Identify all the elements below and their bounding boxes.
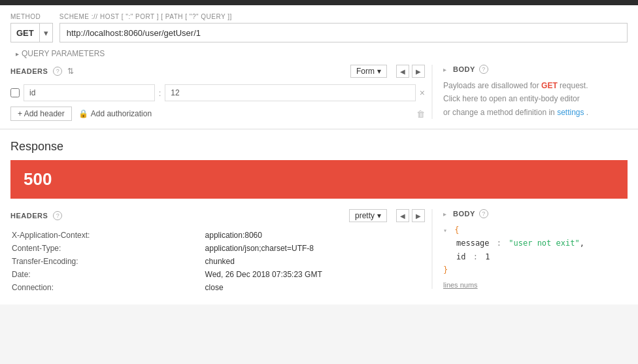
table-row: Connection:close [10,281,425,294]
json-message-row: message : "user not exit", [443,237,628,250]
json-open-brace: { [454,225,459,235]
header-checkbox[interactable] [10,88,20,97]
body-method-link[interactable]: GET [541,81,558,90]
headers-body-section: HEADERS ? ⇅ Form ▾ ◀ ▶ : × [10,65,628,121]
header-key-cell: X-Application-Context: [10,229,204,242]
method-value: GET [11,28,39,38]
json-collapse-icon[interactable]: ▾ [443,227,447,234]
resp-headers-table: X-Application-Context:application:8060Co… [10,229,425,294]
colon-separator: : [159,88,161,98]
add-auth-button[interactable]: 🔒 Add authorization [78,109,152,118]
query-params-label: QUERY PARAMETERS [22,49,105,58]
resp-headers-title-row: HEADERS ? pretty ▾ ◀ ▶ [10,209,425,222]
body-msg4: or change a method definition in [443,108,555,117]
body-title: BODY [453,65,475,73]
json-viewer: ▾ { message : "user not exit", id : 1 } [443,223,628,277]
header-key-cell: Date: [10,268,204,281]
header-key-cell: Content-Type: [10,242,204,255]
nav-right-button[interactable]: ▶ [412,65,425,78]
table-row: Date:Wed, 26 Dec 2018 07:35:23 GMT [10,268,425,281]
body-info: ▸ BODY ? Payloads are disallowed for GET… [431,65,628,119]
method-group: METHOD GET ▾ [10,13,53,42]
body-msg1: Payloads are disallowed for [443,81,539,90]
headers-left: HEADERS ? ⇅ Form ▾ ◀ ▶ : × [10,65,431,121]
lines-nums-toggle[interactable]: lines nums [443,281,628,289]
trash-icon[interactable]: 🗑 [416,109,425,119]
status-code: 500 [24,169,52,189]
json-id-value: 1 [485,252,490,261]
header-key-input[interactable] [24,84,155,101]
method-label: METHOD [10,13,53,20]
body-help-icon[interactable]: ? [479,65,488,74]
url-group: SCHEME :// HOST [ ":" PORT ] [ PATH [ "?… [59,13,628,42]
resp-body-title: BODY [453,210,475,218]
response-body-section: HEADERS ? pretty ▾ ◀ ▶ X-Application-Con… [10,209,628,294]
header-value-cell: chunked [204,255,425,268]
method-select[interactable]: GET ▾ [10,23,53,42]
resp-nav-left-button[interactable]: ◀ [396,209,409,222]
body-message: Payloads are disallowed for GET request.… [443,79,628,119]
table-row: Transfer-Encoding:chunked [10,255,425,268]
response-title: Response [10,140,628,154]
header-value-cell: close [204,281,425,294]
top-bar [0,0,638,5]
json-id-key: id [456,252,465,261]
request-section: METHOD GET ▾ SCHEME :// HOST [ ":" PORT … [0,5,638,129]
add-header-button[interactable]: + Add header [10,107,72,121]
json-message-value: "user not exit" [509,239,579,248]
body-settings-link[interactable]: settings [557,108,584,117]
chevron-nav: ◀ ▶ [396,65,425,78]
body-msg2: request. [560,81,588,90]
body-msg5: . [586,108,588,117]
body-arrow-icon: ▸ [443,66,446,73]
lock-icon: 🔒 [78,109,88,118]
resp-body-help-icon[interactable]: ? [479,209,488,218]
resp-chevron-nav: ◀ ▶ [396,209,425,222]
table-row: X-Application-Context:application:8060 [10,229,425,242]
body-title-row: ▸ BODY ? [443,65,628,74]
response-left: HEADERS ? pretty ▾ ◀ ▶ X-Application-Con… [10,209,431,294]
resp-body-arrow-icon: ▸ [443,210,446,218]
method-dropdown-icon[interactable]: ▾ [39,24,52,42]
header-value-cell: application:8060 [204,229,425,242]
response-section: Response 500 HEADERS ? pretty ▾ ◀ ▶ X-Ap… [0,129,638,305]
header-key-cell: Connection: [10,281,204,294]
headers-sort-icon[interactable]: ⇅ [67,67,74,76]
json-close-brace: } [443,265,448,274]
form-label: Form [356,67,375,76]
pretty-badge[interactable]: pretty ▾ [349,209,387,222]
body-msg3: Click here to open an entity-body editor [443,94,580,103]
json-message-key: message [456,239,490,248]
method-url-row: METHOD GET ▾ SCHEME :// HOST [ ":" PORT … [10,13,628,42]
form-badge[interactable]: Form ▾ [350,65,387,78]
resp-headers-help-icon[interactable]: ? [53,211,62,220]
url-input[interactable] [59,23,628,42]
query-params-arrow-icon: ▸ [16,50,19,58]
pretty-label: pretty [355,211,375,220]
remove-header-button[interactable]: × [420,88,425,98]
headers-help-icon[interactable]: ? [53,67,62,76]
header-value-cell: application/json;charset=UTF-8 [204,242,425,255]
nav-left-button[interactable]: ◀ [396,65,409,78]
headers-title: HEADERS [10,67,48,75]
header-key-cell: Transfer-Encoding: [10,255,204,268]
resp-body-title-row: ▸ BODY ? [443,209,628,218]
pretty-dropdown-icon: ▾ [377,211,381,220]
header-row: : × [10,84,425,101]
headers-title-row: HEADERS ? ⇅ Form ▾ ◀ ▶ [10,65,425,78]
form-dropdown-icon: ▾ [377,67,381,76]
add-auth-label: Add authorization [91,109,152,118]
header-value-input[interactable] [165,84,415,101]
query-params-toggle[interactable]: ▸ QUERY PARAMETERS [16,49,628,58]
actions-row: + Add header 🔒 Add authorization 🗑 [10,107,425,121]
header-value-cell: Wed, 26 Dec 2018 07:35:23 GMT [204,268,425,281]
resp-headers-title: HEADERS [10,212,48,220]
table-row: Content-Type:application/json;charset=UT… [10,242,425,255]
json-id-row: id : 1 [443,250,628,263]
resp-body-section: ▸ BODY ? ▾ { message : "user not exit", … [431,209,628,289]
status-bar: 500 [10,160,628,199]
resp-nav-right-button[interactable]: ▶ [412,209,425,222]
url-label: SCHEME :// HOST [ ":" PORT ] [ PATH [ "?… [59,13,628,20]
